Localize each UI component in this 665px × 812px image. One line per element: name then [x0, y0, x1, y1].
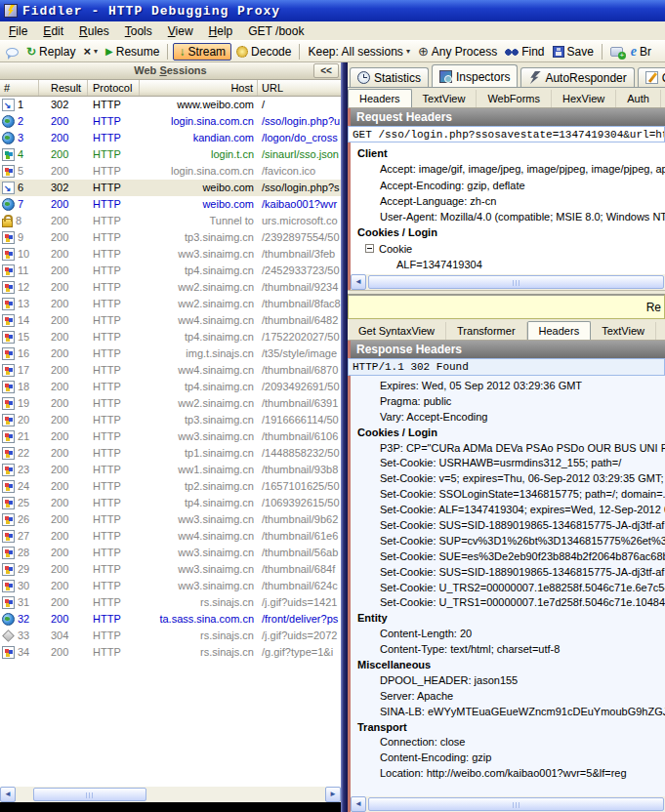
session-row[interactable]: 7200HTTPweibo.com/kaibao001?wvr	[0, 196, 341, 213]
host-cell: img.t.sinajs.cn	[140, 345, 258, 362]
scroll-thumb[interactable]	[368, 275, 664, 289]
tab-headers[interactable]: Headers	[348, 89, 412, 108]
stream-toggle-button[interactable]: ↓Stream	[173, 43, 231, 61]
session-row[interactable]: 13200HTTPww2.sinaimg.cn/thumbnail/8fac8	[0, 296, 341, 312]
session-row[interactable]: 16200HTTPimg.t.sinajs.cn/t35/style/image	[0, 345, 341, 362]
tab-get-syntaxview[interactable]: Get SyntaxView	[348, 322, 446, 340]
tab-textview[interactable]: TextView	[412, 90, 478, 107]
protocol-cell: HTTP	[88, 246, 140, 263]
tab-webforms[interactable]: WebForms	[477, 90, 552, 107]
tab-c[interactable]: C	[661, 90, 665, 107]
session-row[interactable]: 24200HTTPtp2.sinaimg.cn/1657101625/50	[0, 478, 341, 495]
session-row[interactable]: 30200HTTPww3.sinaimg.cn/thumbnail/624c	[0, 578, 341, 594]
scroll-thumb[interactable]	[368, 797, 664, 811]
session-row[interactable]: 11200HTTPtp4.sinaimg.cn/2452933723/50	[0, 263, 341, 279]
session-row[interactable]: 27200HTTPww4.sinaimg.cn/thumbnail/61e6	[0, 528, 341, 545]
header-line: Set-Cookie: ALF=1347419304; expires=Wed,…	[351, 503, 665, 518]
session-row[interactable]: 26200HTTPww3.sinaimg.cn/thumbnail/9b62	[0, 511, 341, 528]
session-row[interactable]: 28200HTTPww3.sinaimg.cn/thumbnail/56ab	[0, 545, 341, 561]
session-row[interactable]: 22200HTTPtp1.sinaimg.cn/1448858232/50	[0, 445, 341, 462]
session-row[interactable]: 31200HTTPrs.sinajs.cn/j.gif?uids=1421	[0, 594, 341, 611]
menu-item-get-book[interactable]: GET /book	[240, 22, 312, 40]
session-row[interactable]: 10200HTTPww3.sinaimg.cn/thumbnail/3feb	[0, 246, 341, 263]
session-row[interactable]: 29200HTTPww3.sinaimg.cn/thumbnail/684f	[0, 561, 341, 578]
session-row[interactable]: 23200HTTPww1.sinaimg.cn/thumbnail/93b8	[0, 462, 341, 478]
inspect-icon	[439, 70, 452, 83]
title-bar[interactable]: Fiddler - HTTP Debugging Proxy	[0, 0, 665, 21]
collapse-panel-button[interactable]: <<	[313, 63, 339, 78]
response-tab-strip: Get SyntaxViewTransformerHeadersTextView…	[348, 319, 665, 341]
session-row[interactable]: 34200HTTPrs.sinajs.cn/g.gif?type=1&i	[0, 644, 341, 661]
session-row[interactable]: 5200HTTPlogin.sina.com.cn/favicon.ico	[0, 163, 341, 180]
session-number-cell: 23	[0, 462, 39, 478]
scroll-left-button[interactable]	[351, 274, 366, 290]
menu-item-edit[interactable]: Edit	[35, 22, 71, 40]
menu-item-help[interactable]: Help	[201, 22, 241, 40]
host-cell: login.sina.com.cn	[140, 163, 258, 180]
session-row[interactable]: 18200HTTPtp4.sinaimg.cn/2093492691/50	[0, 379, 341, 395]
panel-splitter[interactable]	[341, 62, 348, 812]
session-row[interactable]: 33304HTTPrs.sinajs.cn/j.gif?uids=2072	[0, 628, 341, 644]
protocol-cell: HTTP	[88, 113, 140, 130]
column-header-protocol[interactable]: Protocol	[88, 80, 140, 96]
tab-textview[interactable]: TextView	[591, 322, 656, 340]
scroll-right-button[interactable]	[325, 787, 341, 802]
menu-item-file[interactable]: File	[1, 22, 35, 40]
session-row[interactable]: 4200HTTPlogin.t.cn/sinaurl/sso.json	[0, 146, 341, 163]
session-row[interactable]: 14200HTTPww4.sinaimg.cn/thumbnail/6482	[0, 312, 341, 329]
resume-button[interactable]: ▶Resume	[103, 44, 162, 60]
column-header-num[interactable]: #	[0, 80, 39, 96]
comment-button[interactable]	[3, 46, 21, 58]
session-row[interactable]: 9200HTTPtp3.sinaimg.cn/2392897554/50	[0, 229, 341, 246]
save-button[interactable]: Save	[550, 44, 597, 60]
column-header-url[interactable]: URL	[258, 80, 341, 96]
keep-sessions-dropdown[interactable]: Keep: All sessions▾	[305, 44, 412, 60]
menu-item-tools[interactable]: Tools	[117, 22, 160, 40]
result-cell: 200	[39, 428, 88, 445]
session-row[interactable]: 20200HTTPtp3.sinaimg.cn/1916666114/50	[0, 412, 341, 428]
lock-icon	[2, 219, 13, 227]
browse-button[interactable]: eBr	[628, 43, 654, 61]
decode-button[interactable]: Decode	[233, 44, 294, 60]
tab-auth[interactable]: Auth	[616, 90, 661, 107]
scroll-thumb[interactable]	[33, 788, 146, 801]
any-process-button[interactable]: ⊕Any Process	[415, 44, 500, 60]
request-headers-tree: ClientAccept: image/gif, image/jpeg, ima…	[348, 142, 665, 274]
collapse-expander-icon[interactable]	[365, 244, 374, 253]
screenshot-button[interactable]	[607, 45, 626, 58]
tab-inspectors[interactable]: Inspectors	[432, 64, 518, 88]
scroll-left-button[interactable]	[351, 796, 366, 812]
menu-item-view[interactable]: View	[160, 22, 201, 40]
session-row[interactable]: 6302HTTPweibo.com/sso/login.php?s	[0, 180, 341, 196]
result-cell: 200	[39, 163, 88, 180]
session-row[interactable]: 8200HTTPTunnel tours.microsoft.co	[0, 213, 341, 229]
session-row[interactable]: 15200HTTPtp4.sinaimg.cn/1752202027/50	[0, 329, 341, 345]
tab-transformer[interactable]: Transformer	[446, 322, 527, 340]
scroll-left-button[interactable]	[0, 787, 16, 802]
session-row[interactable]: 32200HTTPta.sass.sina.com.cn/front/deliv…	[0, 611, 341, 628]
tab-headers[interactable]: Headers	[527, 321, 592, 341]
protocol-cell: HTTP	[88, 628, 140, 644]
session-row[interactable]: 12200HTTPww2.sinaimg.cn/thumbnail/9234	[0, 279, 341, 296]
session-row[interactable]: 19200HTTPww2.sinaimg.cn/thumbnail/6391	[0, 395, 341, 412]
session-row[interactable]: 17200HTTPww4.sinaimg.cn/thumbnail/6870	[0, 362, 341, 379]
tab-im[interactable]: Im	[656, 322, 665, 340]
session-number-cell: 22	[0, 445, 39, 462]
find-button[interactable]: Find	[502, 44, 547, 60]
session-row[interactable]: 25200HTTPtp4.sinaimg.cn/1069392615/50	[0, 495, 341, 511]
column-header-host[interactable]: Host	[140, 80, 258, 96]
session-row[interactable]: 1302HTTPwww.weibo.com/	[0, 97, 341, 113]
column-header-result[interactable]: Result	[39, 80, 88, 96]
tab-statistics[interactable]: Statistics	[350, 67, 429, 87]
menu-item-rules[interactable]: Rules	[71, 22, 117, 40]
remove-button[interactable]: ×▾	[80, 45, 101, 59]
response-encoding-notice[interactable]: Re	[348, 294, 665, 319]
session-row[interactable]: 21200HTTPww3.sinaimg.cn/thumbnail/6106	[0, 428, 341, 445]
replay-button[interactable]: ↻Replay	[23, 44, 78, 60]
remove-dropdown-arrow[interactable]: ▾	[94, 47, 98, 56]
tab-comp[interactable]: Comp	[638, 67, 665, 87]
session-row[interactable]: 2200HTTPlogin.sina.com.cn/sso/login.php?…	[0, 113, 341, 130]
tab-hexview[interactable]: HexView	[552, 90, 616, 107]
tab-autoresponder[interactable]: AutoResponder	[520, 67, 634, 87]
session-row[interactable]: 3200HTTPkandian.com/logon/do_cross	[0, 130, 341, 146]
